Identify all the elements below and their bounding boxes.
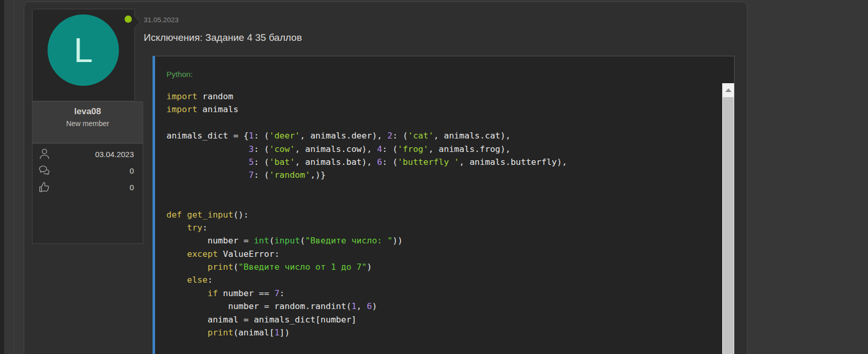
messages-icon bbox=[38, 164, 51, 177]
stat-row-likes: 0 bbox=[38, 180, 134, 194]
code-line: 3: ('cow', animals.cow), 4: ('frog', ani… bbox=[166, 143, 722, 156]
code-line: 7: ('random',)} bbox=[166, 168, 722, 181]
page-canvas: L leva08 New member 03.04.2023 0 bbox=[0, 0, 868, 354]
avatar-letter: L bbox=[74, 33, 93, 67]
forum-post: L leva08 New member 03.04.2023 0 bbox=[24, 2, 748, 354]
code-line: import random bbox=[166, 90, 722, 103]
code-line bbox=[166, 116, 722, 129]
code-scrollbar[interactable] bbox=[722, 83, 734, 354]
online-status-dot bbox=[125, 16, 132, 23]
code-line: print(animal[1]) bbox=[166, 326, 722, 339]
code-block: Python: import randomimport animals anim… bbox=[153, 56, 735, 354]
code-line: number = int(input("Введите число: ")) bbox=[166, 234, 722, 247]
code-line: animals_dict = {1: ('deer', animals.deer… bbox=[166, 129, 722, 142]
stat-row-joined: 03.04.2023 bbox=[38, 147, 134, 161]
post-title: Исключения: Задание 4 35 баллов bbox=[144, 32, 302, 43]
code-line: else: bbox=[166, 273, 722, 286]
code-line: print("Введите число от 1 до 7") bbox=[166, 260, 722, 273]
code-line: import animals bbox=[166, 103, 722, 116]
page-left-edge bbox=[0, 0, 4, 354]
user-avatar-panel: L bbox=[32, 9, 135, 101]
scrollbar-up-button[interactable] bbox=[722, 83, 734, 97]
avatar[interactable]: L bbox=[48, 14, 119, 86]
scroll-up-icon bbox=[725, 88, 732, 92]
joined-date-value: 03.04.2023 bbox=[51, 150, 134, 159]
scrollbar-thumb[interactable] bbox=[723, 97, 734, 354]
code-line: if number == 7: bbox=[166, 287, 722, 300]
stat-row-messages: 0 bbox=[38, 163, 134, 178]
user-role-label: New member bbox=[33, 119, 143, 128]
post-date[interactable]: 31.05.2023 bbox=[144, 16, 179, 24]
user-stats-panel: 03.04.2023 0 0 bbox=[32, 143, 143, 244]
code-line: number = random.randint(1, 6) bbox=[166, 300, 722, 313]
messages-count-value: 0 bbox=[51, 166, 134, 175]
code-content[interactable]: import randomimport animals animals_dict… bbox=[155, 83, 722, 354]
code-line: animal = animals_dict[number] bbox=[166, 313, 722, 326]
code-line bbox=[166, 195, 722, 208]
likes-icon bbox=[38, 180, 51, 194]
code-language-label: Python: bbox=[166, 70, 193, 79]
content-left-divider bbox=[13, 0, 14, 354]
code-line: 5: ('bat', animals.bat), 6: ('butterfly … bbox=[166, 156, 722, 168]
code-line: def get_input(): bbox=[166, 208, 722, 221]
member-since-icon bbox=[38, 147, 51, 161]
code-line: except ValueError: bbox=[166, 248, 722, 260]
code-line: try: bbox=[166, 221, 722, 234]
likes-count-value: 0 bbox=[51, 183, 134, 192]
code-line bbox=[166, 182, 722, 195]
user-details-panel: leva08 New member bbox=[32, 101, 143, 143]
username-link[interactable]: leva08 bbox=[33, 106, 143, 117]
